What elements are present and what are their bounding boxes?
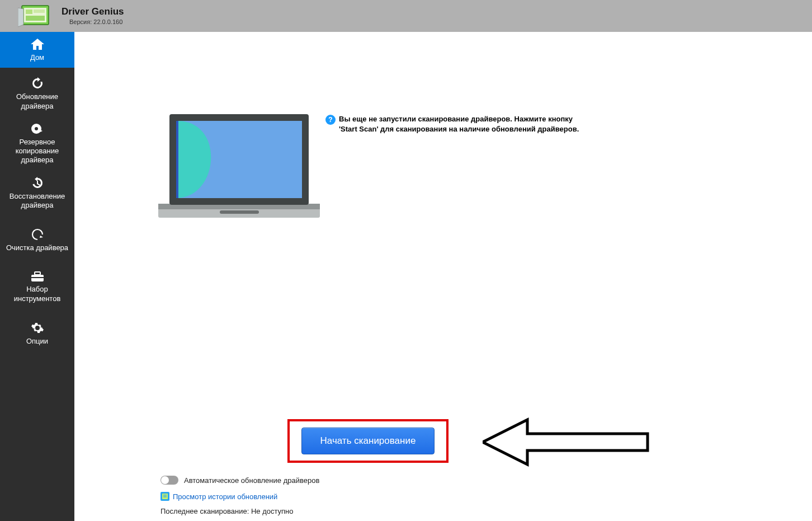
gear-icon: [2, 321, 72, 335]
auto-update-toggle[interactable]: [160, 476, 178, 485]
sidebar-item-label: Резервное копирование драйвера: [2, 138, 72, 165]
history-link[interactable]: Просмотр истории обновлений: [173, 492, 277, 501]
sidebar-item-tools[interactable]: Набор инструментов: [0, 258, 74, 309]
svg-rect-20: [163, 495, 167, 496]
sidebar-item-label: Очистка драйвера: [2, 243, 72, 252]
version-label: Версия: 22.0.0.160: [69, 18, 124, 25]
svg-rect-13: [220, 210, 259, 214]
toolbox-icon: [2, 270, 72, 283]
svg-rect-3: [34, 10, 45, 13]
history-row: Просмотр истории обновлений: [160, 492, 277, 501]
main-panel: ? Вы еще не запустили сканирование драйв…: [74, 32, 812, 521]
disc-backup-icon: [2, 122, 72, 135]
sidebar: Дом Обновление драйвера Резервное копиро…: [0, 32, 74, 521]
app-title: Driver Genius: [62, 7, 124, 17]
scan-highlight-frame: Начать сканирование: [287, 419, 449, 463]
auto-update-label: Автоматическое обновление драйверов: [184, 476, 319, 485]
app-logo: [18, 4, 51, 28]
help-icon: ?: [325, 115, 336, 125]
pointer-arrow-icon: [483, 417, 650, 467]
svg-rect-9: [35, 272, 40, 275]
svg-marker-5: [18, 8, 23, 27]
sidebar-item-clean[interactable]: Очистка драйвера: [0, 215, 74, 258]
sidebar-item-update[interactable]: Обновление драйвера: [0, 68, 74, 116]
sidebar-item-options[interactable]: Опции: [0, 309, 74, 351]
last-scan-label: Последнее сканирование: Не доступно: [160, 507, 294, 515]
sidebar-item-backup[interactable]: Резервное копирование драйвера: [0, 116, 74, 171]
svg-rect-4: [26, 16, 45, 21]
sidebar-item-home[interactable]: Дом: [0, 32, 74, 68]
svg-rect-10: [31, 277, 44, 278]
home-icon: [2, 37, 72, 51]
clean-icon: [2, 228, 72, 241]
sidebar-item-label: Восстановление драйвера: [2, 192, 72, 210]
info-text: Вы еще не запустили сканирование драйвер…: [339, 114, 579, 134]
svg-rect-16: [176, 121, 178, 198]
history-icon: [2, 176, 72, 190]
title-bar: Driver Genius Версия: 22.0.0.160: [0, 0, 812, 32]
svg-rect-2: [26, 10, 32, 14]
start-scan-button[interactable]: Начать сканирование: [301, 428, 435, 454]
refresh-icon: [2, 77, 72, 90]
svg-marker-17: [483, 420, 648, 464]
sidebar-item-label: Обновление драйвера: [2, 92, 72, 111]
svg-point-7: [35, 127, 38, 130]
sidebar-item-label: Опции: [2, 337, 72, 346]
history-list-icon: [160, 492, 169, 501]
sidebar-item-restore[interactable]: Восстановление драйвера: [0, 171, 74, 216]
auto-update-row: Автоматическое обновление драйверов: [160, 476, 319, 485]
svg-rect-21: [163, 496, 167, 497]
info-banner: ? Вы еще не запустили сканирование драйв…: [325, 114, 579, 134]
sidebar-item-label: Набор инструментов: [2, 285, 72, 303]
monitor-illustration: [158, 114, 320, 222]
sidebar-item-label: Дом: [2, 53, 72, 62]
